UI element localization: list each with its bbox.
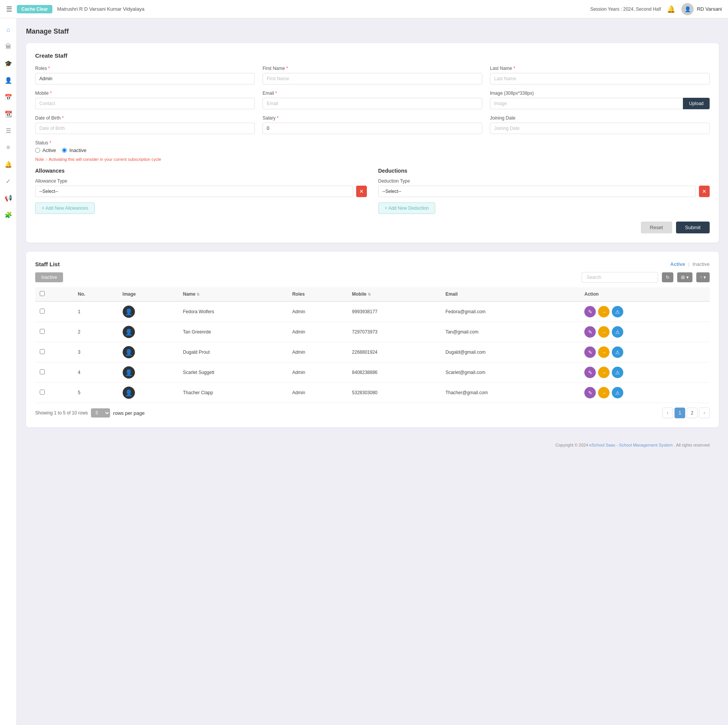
- row-name: Tan Greenrde: [178, 322, 288, 342]
- status-active-radio[interactable]: [35, 148, 40, 153]
- cache-clear-button[interactable]: Cache Clear: [17, 5, 52, 13]
- deduction-type-select[interactable]: --Select--: [378, 186, 696, 197]
- switch-button[interactable]: →: [598, 387, 610, 398]
- mobile-input[interactable]: [35, 98, 255, 109]
- roles-select[interactable]: Admin Teacher Staff: [35, 73, 255, 84]
- row-image: 👤: [118, 301, 178, 322]
- row-actions: ✎ → ⚠: [580, 301, 710, 322]
- image-input[interactable]: [490, 98, 683, 109]
- select-all-checkbox[interactable]: [40, 291, 45, 296]
- last-name-group: Last Name *: [490, 66, 710, 84]
- col-mobile[interactable]: Mobile: [347, 287, 441, 301]
- sidebar-item-calendar2[interactable]: 📆: [2, 107, 15, 121]
- status-radio-group: Active Inactive: [35, 147, 710, 153]
- pagination-page-1[interactable]: 1: [674, 408, 685, 418]
- dob-input[interactable]: [35, 123, 255, 134]
- warn-button[interactable]: ⚠: [612, 367, 623, 378]
- search-input[interactable]: [582, 272, 658, 283]
- switch-button[interactable]: →: [598, 306, 610, 317]
- edit-button[interactable]: ✎: [584, 326, 596, 338]
- switch-button[interactable]: →: [598, 367, 610, 378]
- staff-list-card: Staff List Active | Inactive Inactive ↻ …: [26, 252, 719, 427]
- create-staff-title: Create Staff: [35, 52, 710, 59]
- table-row: 1 👤 Fedora Wolfers Admin 9993938177 Fedo…: [35, 301, 710, 322]
- edit-button[interactable]: ✎: [584, 367, 596, 378]
- edit-button[interactable]: ✎: [584, 306, 596, 317]
- export-button[interactable]: ↑ ▾: [696, 272, 710, 282]
- row-select-checkbox[interactable]: [40, 329, 45, 334]
- action-buttons: ✎ → ⚠: [584, 326, 705, 338]
- submit-button[interactable]: Submit: [676, 222, 710, 233]
- switch-button[interactable]: →: [598, 326, 610, 338]
- joining-date-input[interactable]: [490, 123, 710, 134]
- active-filter-link[interactable]: Active: [670, 261, 685, 267]
- sidebar-item-graduation[interactable]: 🎓: [2, 57, 15, 70]
- avatar: 👤: [123, 306, 135, 318]
- sidebar-item-megaphone[interactable]: 📢: [2, 191, 15, 205]
- row-no: 1: [73, 301, 118, 322]
- rows-per-page-select[interactable]: 5 10 25: [91, 408, 110, 418]
- status-inactive-radio[interactable]: [62, 148, 67, 153]
- allowance-type-select[interactable]: --Select--: [35, 186, 353, 197]
- add-allowance-button[interactable]: + Add New Allowances: [35, 202, 95, 214]
- edit-button[interactable]: ✎: [584, 346, 596, 358]
- dob-label: Date of Birth *: [35, 115, 255, 121]
- row-select-checkbox[interactable]: [40, 369, 45, 374]
- image-label: Image (308px*338px): [490, 91, 710, 96]
- first-name-input[interactable]: [263, 73, 482, 84]
- pagination-page-2[interactable]: 2: [687, 408, 697, 418]
- last-name-input[interactable]: [490, 73, 710, 84]
- deduction-clear-button[interactable]: ✕: [699, 186, 710, 197]
- pagination-bar: Showing 1 to 5 of 10 rows 5 10 25 rows p…: [35, 408, 710, 418]
- sidebar-item-building[interactable]: 🏛: [2, 40, 15, 53]
- avatar: 👤: [681, 3, 694, 15]
- sidebar-item-list2[interactable]: ≡: [2, 141, 15, 154]
- notification-icon[interactable]: 🔔: [667, 5, 675, 13]
- user-area[interactable]: 👤 RD Varsani: [681, 3, 722, 15]
- columns-button[interactable]: ⊞ ▾: [677, 272, 692, 282]
- roles-label: Roles *: [35, 66, 255, 71]
- warn-button[interactable]: ⚠: [612, 387, 623, 398]
- inactive-filter-link[interactable]: Inactive: [692, 261, 710, 267]
- sidebar-item-bell[interactable]: 🔔: [2, 157, 15, 171]
- warn-button[interactable]: ⚠: [612, 346, 623, 358]
- pagination-next[interactable]: ›: [699, 408, 710, 418]
- salary-label: Salary *: [263, 115, 482, 121]
- email-input[interactable]: [263, 98, 482, 109]
- sidebar-item-list[interactable]: ☰: [2, 124, 15, 138]
- row-select-checkbox[interactable]: [40, 349, 45, 354]
- hamburger-icon[interactable]: ☰: [6, 5, 12, 13]
- edit-button[interactable]: ✎: [584, 387, 596, 398]
- warn-button[interactable]: ⚠: [612, 306, 623, 317]
- col-name[interactable]: Name: [178, 287, 288, 301]
- upload-button[interactable]: Upload: [683, 98, 710, 109]
- action-buttons: ✎ → ⚠: [584, 367, 705, 378]
- sidebar-item-check[interactable]: ✓: [2, 174, 15, 188]
- row-select-checkbox[interactable]: [40, 309, 45, 314]
- refresh-button[interactable]: ↻: [662, 272, 673, 282]
- add-deduction-button[interactable]: + Add New Deduction: [378, 202, 436, 214]
- row-image: 👤: [118, 322, 178, 342]
- warn-button[interactable]: ⚠: [612, 326, 623, 338]
- switch-button[interactable]: →: [598, 346, 610, 358]
- allowance-type-label: Allowance Type: [35, 178, 367, 184]
- sidebar-item-person[interactable]: 👤: [2, 73, 15, 87]
- status-inactive-label[interactable]: Inactive: [62, 147, 86, 153]
- allowances-title: Allowances: [35, 168, 367, 174]
- sidebar-item-puzzle[interactable]: 🧩: [2, 208, 15, 222]
- row-select-checkbox[interactable]: [40, 390, 45, 395]
- footer-brand-link[interactable]: eSchool Saas - School Management System: [589, 443, 673, 447]
- allowance-clear-button[interactable]: ✕: [356, 186, 367, 197]
- salary-group: Salary *: [263, 115, 482, 134]
- navbar-left: ☰ Cache Clear Matrushri R D Varsani Kuma…: [6, 5, 144, 13]
- status-active-label[interactable]: Active: [35, 147, 56, 153]
- row-name: Fedora Wolfers: [178, 301, 288, 322]
- reset-button[interactable]: Reset: [641, 222, 672, 233]
- sidebar-item-home[interactable]: ⌂: [2, 23, 15, 37]
- inactive-filter-button[interactable]: Inactive: [35, 272, 63, 282]
- salary-input[interactable]: [263, 123, 482, 134]
- pagination-prev[interactable]: ‹: [662, 408, 673, 418]
- row-no: 4: [73, 362, 118, 383]
- status-group: Status * Active Inactive: [35, 140, 710, 155]
- sidebar-item-calendar[interactable]: 📅: [2, 90, 15, 104]
